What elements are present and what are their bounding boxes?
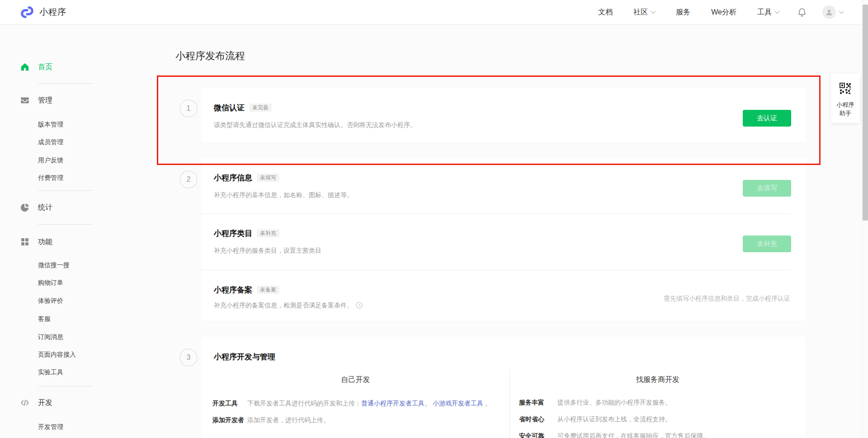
sidebar-item-experiment-tools[interactable]: 实验工具 (0, 368, 105, 377)
section-title: 微信认证 (214, 103, 245, 113)
header-nav: 文档 社区 服务 We分析 工具 (577, 5, 843, 19)
status-badge: 未填写 (257, 174, 279, 182)
prerequisite-note: 需先填写小程序信息和类目，完成小程序认证 (664, 295, 790, 303)
status-badge: 未补充 (257, 229, 279, 237)
save-time-row: 省时省心 从小程序认证到发布上线，全流程支持。 (510, 414, 806, 424)
section-title: 小程序开发与管理 (214, 352, 275, 363)
miniprogram-assistant-widget[interactable]: 小程序 助手 (831, 74, 860, 123)
step-card-info: 2 小程序信息 未填写 补充小程序的基本信息，如名称、图标、描述等。 去填写 小… (202, 158, 806, 321)
assistant-label-line1: 小程序 (831, 100, 860, 109)
grid-icon (19, 237, 30, 246)
add-developer-row: 添加开发者 添加开发者，进行代码上传。 (202, 414, 509, 426)
sidebar-item-customer-service[interactable]: 客服 (0, 315, 105, 324)
sidebar-divider (38, 190, 93, 191)
link-normal-devtools[interactable]: 普通小程序开发者工具 (361, 400, 425, 407)
sidebar-group-statistics[interactable]: 统计 (0, 203, 105, 212)
nav-services[interactable]: 服务 (676, 8, 690, 17)
qr-code-icon (840, 83, 851, 94)
sidebar-item-page-content[interactable]: 页面内容接入 (0, 350, 105, 359)
sidebar-group-develop[interactable]: 开发 (0, 398, 105, 408)
page-title: 小程序发布流程 (175, 50, 245, 62)
scrollbar (862, 0, 868, 438)
column-header: 找服务商开发 (510, 375, 806, 385)
scrollbar-thumb[interactable] (863, 5, 868, 221)
step-number-3: 3 (179, 349, 198, 367)
sidebar-divider (38, 386, 93, 386)
sidebar-item-experience-review[interactable]: 体验评价 (0, 297, 105, 306)
bell-icon[interactable] (797, 7, 807, 17)
sidebar-item-member-manage[interactable]: 成员管理 (0, 138, 105, 147)
sidebar-item-home[interactable]: 首页 (0, 62, 105, 72)
sidebar-item-shopping-orders[interactable]: 购物订单 (0, 278, 105, 287)
sidebar-item-develop-manage[interactable]: 开发管理 (0, 423, 105, 432)
chevron-down-icon (651, 8, 656, 13)
question-circle-icon[interactable]: ? (356, 302, 363, 309)
nav-community[interactable]: 社区 (633, 8, 655, 17)
sidebar-divider (38, 83, 93, 84)
account-menu[interactable] (822, 5, 843, 19)
chevron-down-icon (839, 8, 844, 13)
top-header: 小程序 文档 社区 服务 We分析 工具 (0, 0, 868, 25)
section-mini-info: 小程序信息 未填写 补充小程序的基本信息，如名称、图标、描述等。 去填写 (202, 158, 806, 213)
link-game-devtools[interactable]: 小游戏开发者工具 (433, 400, 483, 407)
section-desc: 补充小程序的备案信息，检测是否满足备案条件。 (214, 301, 353, 310)
column-header: 自己开发 (202, 375, 509, 385)
nav-tools[interactable]: 工具 (757, 8, 779, 17)
pie-chart-icon (19, 203, 30, 212)
sidebar-item-version-manage[interactable]: 版本管理 (0, 120, 105, 129)
section-wechat-verify: 微信认证 未完善 该类型请先通过微信认证完成主体真实性确认。否则将无法发布小程序… (202, 88, 806, 129)
row-label: 开发工具 (212, 398, 247, 409)
assistant-label-line2: 助手 (831, 109, 860, 118)
home-icon (19, 62, 30, 72)
sidebar-item-paid-manage[interactable]: 付费管理 (0, 174, 105, 183)
svg-text:?: ? (358, 303, 360, 307)
step-number-2: 2 (179, 170, 198, 188)
row-label: 服务丰富 (519, 398, 557, 407)
service-rich-row: 服务丰富 提供多行业、多功能的小程序开发服务。 (510, 398, 806, 407)
section-desc: 补充小程序的基本信息，如名称、图标、描述等。 (214, 190, 806, 199)
brand-logo[interactable]: 小程序 (20, 5, 66, 19)
step-card-wechat-verify: 1 微信认证 未完善 该类型请先通过微信认证完成主体真实性确认。否则将无法发布小… (202, 88, 806, 142)
section-desc: 该类型请先通过微信认证完成主体真实性确认。否则将无法发布小程序。 (214, 120, 806, 129)
section-mini-category: 小程序类目 未补充 补充小程序的服务类目，设置主营类目 去补充 (202, 214, 806, 270)
sidebar-item-user-feedback[interactable]: 用户反馈 (0, 156, 105, 165)
sidebar-group-features[interactable]: 功能 (0, 237, 105, 247)
dev-tools-row: 开发工具 下载开发者工具进行代码的开发和上传：普通小程序开发者工具、 小游戏开发… (202, 398, 509, 409)
step-card-develop: 3 小程序开发与管理 自己开发 开发工具 下载开发者工具进行代码的开发和上传：普… (202, 337, 806, 438)
status-badge: 未备案 (257, 286, 279, 294)
main-content: 小程序发布流程 1 微信认证 未完善 该类型请先通过微信认证完成主体真实性确认。… (105, 25, 868, 438)
column-service-provider: 找服务商开发 服务丰富 提供多行业、多功能的小程序开发服务。 省时省心 从小程序… (510, 368, 806, 438)
user-avatar (822, 5, 836, 19)
row-label: 添加开发者 (212, 414, 247, 426)
go-fill-button[interactable]: 去填写 (743, 180, 791, 197)
section-title: 小程序类目 (214, 228, 252, 239)
section-title: 小程序备案 (214, 285, 252, 295)
sidebar-group-manage[interactable]: 管理 (0, 95, 105, 105)
step-number-1: 1 (179, 99, 198, 118)
status-badge: 未完善 (249, 104, 272, 112)
safe-reliable-row: 安全可靠 可免费试用后再支付，在线客服响应，官方售后保障。 (510, 431, 806, 438)
sidebar-nav: 首页 管理 版本管理 成员管理 用户反馈 付费管理 统计 功能 微信搜一搜 购物… (0, 25, 105, 438)
chevron-down-icon (774, 8, 779, 13)
section-mini-icp: 小程序备案 未备案 补充小程序的备案信息，检测是否满足备案条件。 ? 需先填写小… (202, 270, 806, 321)
section-title: 小程序信息 (214, 173, 252, 183)
nav-we-analysis[interactable]: We分析 (711, 8, 736, 17)
section-desc: 补充小程序的服务类目，设置主营类目 (214, 246, 806, 255)
sidebar-divider (38, 224, 93, 225)
sidebar-item-subscribe-message[interactable]: 订阅消息 (0, 333, 105, 342)
go-supplement-button[interactable]: 去补充 (743, 235, 791, 252)
inbox-icon (19, 95, 30, 105)
row-label: 安全可靠 (519, 431, 557, 438)
row-label: 省时省心 (519, 414, 557, 424)
brand-name: 小程序 (39, 6, 66, 18)
miniprogram-logo-icon (20, 5, 34, 19)
sidebar-item-wechat-search[interactable]: 微信搜一搜 (0, 261, 105, 270)
develop-columns: 自己开发 开发工具 下载开发者工具进行代码的开发和上传：普通小程序开发者工具、 … (202, 368, 806, 438)
go-verify-button[interactable]: 去认证 (743, 110, 791, 127)
code-icon (19, 398, 30, 408)
column-self-develop: 自己开发 开发工具 下载开发者工具进行代码的开发和上传：普通小程序开发者工具、 … (202, 368, 510, 438)
nav-docs[interactable]: 文档 (598, 8, 613, 17)
